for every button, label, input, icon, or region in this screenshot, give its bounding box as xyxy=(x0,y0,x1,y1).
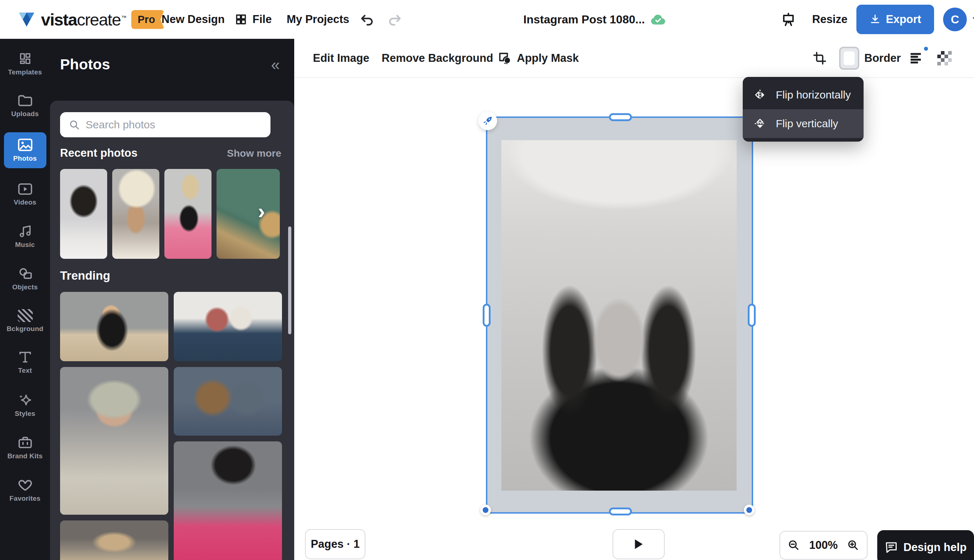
resize-handle-right[interactable] xyxy=(748,304,756,327)
sidebar-item-styles[interactable]: Styles xyxy=(4,389,47,421)
menu-item-flip-horizontally[interactable]: Flip horizontally xyxy=(743,80,864,109)
redo-icon xyxy=(387,12,402,27)
trending-photo-thumb-3[interactable] xyxy=(60,367,168,515)
sidebar-item-brand-kits[interactable]: Brand Kits xyxy=(4,432,47,464)
align-layers-icon xyxy=(909,52,922,65)
flip-vertical-icon xyxy=(753,117,767,130)
new-design-button[interactable]: New Design xyxy=(162,13,225,26)
autosaved-cloud-icon xyxy=(650,13,667,26)
file-menu-button[interactable]: File xyxy=(234,0,272,39)
zoom-control: 100% xyxy=(779,531,867,560)
design-help-button[interactable]: Design help xyxy=(877,530,974,560)
trending-photo-thumb-6[interactable] xyxy=(60,520,168,560)
sidebar-item-music[interactable]: Music xyxy=(4,221,47,252)
sidebar-item-text[interactable]: Text xyxy=(4,347,47,378)
border-button[interactable]: Border xyxy=(839,39,901,77)
sidebar-item-uploads[interactable]: Uploads xyxy=(4,91,47,122)
recent-photo-thumb-1[interactable] xyxy=(60,169,107,259)
quick-actions-pin[interactable] xyxy=(478,112,497,130)
recent-photo-thumb-3[interactable] xyxy=(164,169,212,259)
sidebar-item-background[interactable]: Bckground xyxy=(4,305,47,337)
recent-photo-thumb-2[interactable] xyxy=(112,169,159,259)
brand-kits-case-icon xyxy=(18,436,33,449)
document-title[interactable]: Instagram Post 1080... xyxy=(523,13,645,26)
sidebar-item-favorites[interactable]: Favorites xyxy=(4,475,47,506)
templates-grid-icon xyxy=(18,52,32,65)
transparency-button[interactable] xyxy=(932,45,957,71)
scroll-right-chevron[interactable]: › xyxy=(258,200,265,222)
uploads-folder-icon xyxy=(18,94,33,107)
panel-scrollbar[interactable] xyxy=(288,227,291,334)
panel-card: Recent photos Show more › Trending xyxy=(50,101,294,560)
trending-photo-thumb-1[interactable] xyxy=(60,292,168,361)
resize-handle-top[interactable] xyxy=(609,113,632,121)
present-easel-icon xyxy=(780,12,796,27)
brand-logo[interactable]: vistacreate™ Pro xyxy=(17,0,164,39)
account-menu[interactable]: C xyxy=(943,0,974,39)
position-layers-button[interactable] xyxy=(903,45,929,71)
export-button[interactable]: Export xyxy=(856,5,934,34)
redo-button[interactable] xyxy=(387,0,402,39)
resize-handle-bottom[interactable] xyxy=(609,508,632,515)
videos-play-icon xyxy=(18,183,33,195)
play-icon xyxy=(633,538,644,550)
design-page[interactable] xyxy=(487,118,752,512)
canvas-workspace[interactable] xyxy=(294,78,974,560)
brand-wordmark: vistacreate™ xyxy=(41,10,126,30)
photos-image-icon xyxy=(17,138,33,152)
apply-mask-button[interactable]: Apply Mask xyxy=(498,39,579,77)
flip-dropdown-menu: Flip horizontally Flip vertically xyxy=(743,77,864,142)
recent-photo-thumb-4[interactable] xyxy=(217,169,280,259)
resize-button[interactable]: Resize xyxy=(812,13,847,26)
border-swatch xyxy=(839,47,859,70)
menu-item-flip-vertically[interactable]: Flip vertically xyxy=(743,109,864,138)
present-button[interactable] xyxy=(780,0,796,39)
vistacreate-editor: vistacreate™ Pro New Design File My Proj… xyxy=(0,0,974,560)
trending-photo-thumb-4[interactable] xyxy=(174,367,282,436)
play-button[interactable] xyxy=(613,529,665,559)
sidebar-item-objects[interactable]: Objects xyxy=(4,263,47,295)
music-notes-icon xyxy=(18,224,32,238)
document-title-group[interactable]: Instagram Post 1080... xyxy=(523,0,667,39)
photo-search[interactable] xyxy=(60,112,271,137)
search-icon xyxy=(69,118,80,131)
collapse-panel-icon[interactable]: « xyxy=(271,57,280,73)
my-projects-button[interactable]: My Projects xyxy=(287,13,349,26)
download-icon xyxy=(869,14,881,25)
trending-photo-thumb-5[interactable] xyxy=(174,442,282,560)
recent-photos-heading: Recent photos xyxy=(60,147,137,160)
resize-handle-bottom-left[interactable] xyxy=(480,505,491,515)
avatar[interactable]: C xyxy=(943,8,967,31)
sidebar-item-videos[interactable]: Videos xyxy=(4,179,47,210)
selected-image-upside-down-portrait[interactable] xyxy=(501,140,737,491)
photos-panel: Photos « Recent photos Show more › Trend… xyxy=(50,39,294,560)
trending-photo-thumb-2[interactable] xyxy=(174,292,282,361)
crop-button[interactable] xyxy=(807,45,833,71)
show-more-link[interactable]: Show more xyxy=(227,148,281,159)
resize-handle-bottom-right[interactable] xyxy=(744,505,755,515)
image-toolbar: Edit Image Remove Background Apply Mask … xyxy=(294,39,974,78)
notification-dot xyxy=(924,47,928,51)
trending-heading: Trending xyxy=(60,269,110,283)
top-bar: vistacreate™ Pro New Design File My Proj… xyxy=(0,0,974,39)
undo-button[interactable] xyxy=(360,0,375,39)
help-chat-icon xyxy=(885,541,898,553)
panel-title: Photos xyxy=(60,56,110,73)
sidebar-item-templates[interactable]: Templates xyxy=(4,48,47,80)
zoom-out-icon[interactable] xyxy=(788,539,800,552)
styles-sparkle-icon xyxy=(18,393,33,407)
zoom-in-icon[interactable] xyxy=(847,539,859,552)
undo-icon xyxy=(360,12,375,27)
background-stripes-icon xyxy=(18,309,33,322)
resize-handle-left[interactable] xyxy=(483,304,491,327)
remove-background-button[interactable]: Remove Background xyxy=(382,52,493,65)
search-input[interactable] xyxy=(85,118,262,131)
text-tool-icon xyxy=(18,351,32,364)
sidebar-item-photos[interactable]: Photos xyxy=(4,132,47,168)
pages-button[interactable]: Pages · 1 xyxy=(305,529,366,559)
left-rail: Templates Uploads Photos Videos Music Ob… xyxy=(0,39,50,560)
rocket-pin-icon xyxy=(482,115,493,126)
edit-image-button[interactable]: Edit Image xyxy=(313,52,369,65)
zoom-level[interactable]: 100% xyxy=(809,539,838,552)
vistacreate-v-icon xyxy=(17,12,36,27)
